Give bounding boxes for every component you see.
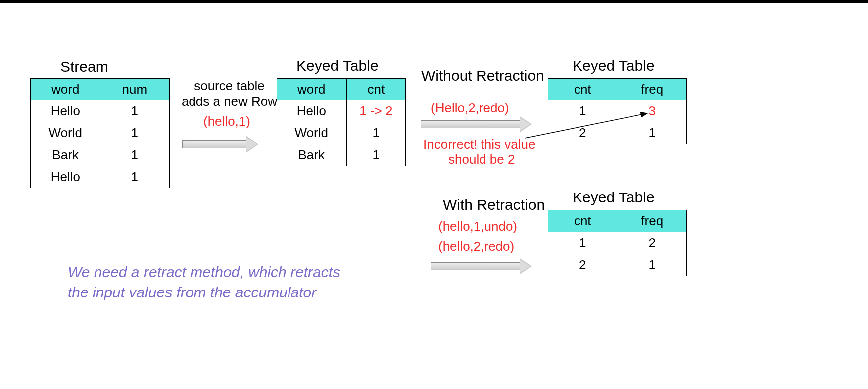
col-header: num (100, 79, 169, 100)
table-row: Hello 1 -> 2 (277, 100, 406, 122)
stream-title: Stream (60, 58, 108, 75)
source-table-label-line1: source table (185, 78, 274, 94)
table-row-highlighted: Hello 1 (31, 166, 170, 188)
col-header: cnt (548, 79, 617, 100)
keyed-table-1: word cnt Hello 1 -> 2 World 1 Bark 1 (277, 78, 406, 166)
cell: Bark (31, 144, 100, 166)
cell: 2 (617, 232, 687, 254)
table-row: Hello 1 (31, 100, 170, 122)
cell: 1 (346, 122, 405, 144)
table-row: Bark 1 (277, 144, 406, 166)
cell: 1 (548, 232, 617, 254)
footnote: We need a retract method, which retracts… (68, 262, 396, 302)
arrow-icon (182, 140, 247, 148)
keyed-table-3: cnt freq 1 2 2 1 (548, 210, 687, 276)
col-header: word (31, 79, 100, 100)
slide: Stream Keyed Table Without Retraction Ke… (0, 0, 868, 389)
without-retraction-tuple: (Hello,2,redo) (431, 100, 509, 116)
cell: Hello (277, 100, 347, 122)
annotation-arrow-icon (523, 110, 652, 140)
keyed-table-3-title: Keyed Table (573, 189, 655, 206)
cell-updated: 1 -> 2 (346, 100, 405, 122)
with-retraction-tuple-1: (hello,1,undo) (438, 219, 517, 234)
svg-line-0 (525, 113, 647, 138)
table-header-row: word cnt (277, 79, 406, 100)
keyed-table-2-title: Keyed Table (573, 57, 655, 74)
table-row: 2 1 (548, 254, 687, 276)
slide-inner: Stream Keyed Table Without Retraction Ke… (5, 13, 771, 361)
footnote-line1: We need a retract method, which retracts (68, 264, 340, 280)
cell: 1 (346, 144, 405, 166)
table-row: World 1 (277, 122, 406, 144)
incorrect-label-line1: Incorrect! this value (423, 137, 535, 152)
arrow-icon (421, 120, 520, 128)
cell: Hello (31, 100, 100, 122)
col-header: freq (617, 210, 687, 232)
col-header: cnt (346, 79, 405, 100)
cell: 1 (100, 166, 169, 188)
cell: 1 (617, 254, 687, 276)
with-retraction-title: With Retraction (443, 196, 545, 213)
col-header: freq (617, 79, 687, 100)
table-row: Bark 1 (31, 144, 170, 166)
cell: World (31, 122, 100, 144)
source-table-label-line2: adds a new Row (175, 94, 284, 109)
cell: 1 (100, 144, 169, 166)
cell: 1 (100, 122, 169, 144)
stream-table: word num Hello 1 World 1 Bark 1 Hello 1 (30, 78, 170, 188)
cell: 1 (100, 100, 169, 122)
col-header: cnt (548, 210, 617, 232)
cell: Hello (31, 166, 100, 188)
cell: Bark (277, 144, 347, 166)
without-retraction-title: Without Retraction (421, 67, 544, 84)
arrow-icon (431, 262, 520, 270)
keyed-table-1-title: Keyed Table (296, 57, 379, 74)
table-header-row: word num (31, 79, 170, 100)
cell: World (277, 122, 347, 144)
table-header-row: cnt freq (548, 79, 687, 100)
cell: 2 (548, 254, 617, 276)
incorrect-label-line2: should be 2 (448, 152, 515, 167)
table-row: World 1 (31, 122, 170, 144)
footnote-line2: the input values from the accumulator (68, 284, 316, 300)
with-retraction-tuple-2: (hello,2,redo) (438, 239, 514, 254)
col-header: word (277, 79, 347, 100)
new-row-tuple: (hello,1) (203, 114, 250, 129)
table-row: 1 2 (548, 232, 687, 254)
table-header-row: cnt freq (548, 210, 687, 232)
